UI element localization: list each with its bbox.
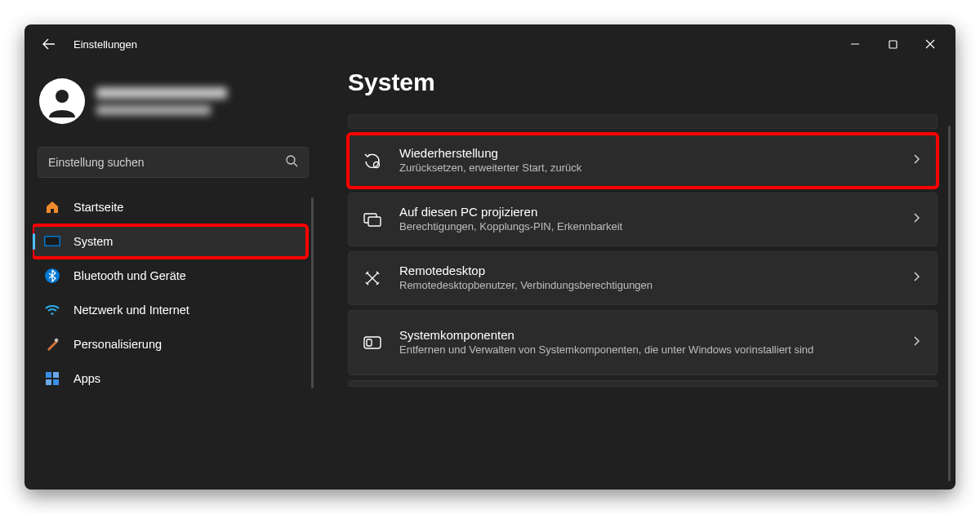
card-subtitle: Entfernen und Verwalten von Systemkompon… <box>399 343 813 357</box>
bluetooth-icon <box>44 268 60 284</box>
card-partial-below[interactable] <box>348 380 938 387</box>
card-system-components[interactable]: Systemkomponenten Entfernen und Verwalte… <box>348 310 938 375</box>
titlebar: Einstellungen <box>24 24 956 64</box>
card-subtitle: Berechtigungen, Kopplungs-PIN, Erkennbar… <box>399 220 622 234</box>
chevron-right-icon <box>912 335 920 350</box>
project-icon <box>362 211 383 228</box>
search-icon <box>285 154 298 171</box>
sidebar-item-apps[interactable]: Apps <box>33 362 307 395</box>
svg-rect-4 <box>46 237 60 246</box>
sidebar-item-personalization[interactable]: Personalisierung <box>33 328 307 361</box>
card-title: Auf diesen PC projizieren <box>399 205 622 219</box>
minimize-button[interactable] <box>836 31 874 57</box>
sidebar-item-label: Netzwerk und Internet <box>74 304 189 317</box>
chevron-right-icon <box>912 153 920 168</box>
svg-rect-7 <box>54 338 59 343</box>
card-title: Wiederherstellung <box>399 146 581 160</box>
sidebar-item-network[interactable]: Netzwerk und Internet <box>33 294 307 326</box>
sidebar-item-label: System <box>74 235 113 248</box>
card-text: Systemkomponenten Entfernen und Verwalte… <box>399 328 813 357</box>
nav-list: Startseite System Bluetooth und Geräte <box>33 191 314 395</box>
home-icon <box>44 199 60 215</box>
page-title: System <box>348 64 938 114</box>
svg-point-1 <box>56 90 69 103</box>
settings-window: Einstellungen <box>24 24 956 490</box>
card-title: Systemkomponenten <box>399 328 813 342</box>
sidebar-item-bluetooth[interactable]: Bluetooth und Geräte <box>33 259 307 292</box>
remote-desktop-icon <box>362 269 383 287</box>
svg-rect-11 <box>53 379 59 385</box>
main-panel: System Wiederherstellung Zurücksetzen, e… <box>318 64 956 490</box>
apps-icon <box>44 370 60 387</box>
search-box[interactable] <box>38 147 309 178</box>
back-button[interactable] <box>36 31 62 57</box>
sidebar-item-label: Bluetooth und Geräte <box>74 269 186 282</box>
profile-name-redacted <box>96 87 227 115</box>
settings-list: Wiederherstellung Zurücksetzen, erweiter… <box>348 114 938 387</box>
svg-rect-9 <box>53 372 59 378</box>
svg-rect-14 <box>368 217 381 226</box>
window-title: Einstellungen <box>74 38 137 51</box>
brush-icon <box>44 336 60 352</box>
sidebar-item-label: Startseite <box>74 201 123 214</box>
profile-block[interactable] <box>33 70 314 140</box>
card-title: Remotedesktop <box>399 264 653 277</box>
window-controls <box>836 31 949 57</box>
main-scrollbar[interactable] <box>948 126 951 481</box>
recovery-icon <box>362 152 383 170</box>
svg-point-6 <box>51 312 54 315</box>
card-remote-desktop[interactable]: Remotedesktop Remotedesktopbenutzer, Ver… <box>348 251 938 305</box>
svg-rect-0 <box>889 41 897 48</box>
sidebar-item-label: Apps <box>74 372 100 385</box>
sidebar-scrollbar[interactable] <box>311 197 314 388</box>
search-input[interactable] <box>48 156 278 169</box>
card-subtitle: Zurücksetzen, erweiterter Start, zurück <box>399 162 581 175</box>
sidebar-item-label: Personalisierung <box>74 338 162 351</box>
card-partial-above[interactable] <box>348 114 938 129</box>
components-icon <box>362 335 383 350</box>
card-subtitle: Remotedesktopbenutzer, Verbindungsberech… <box>399 279 653 293</box>
svg-rect-16 <box>367 339 372 346</box>
chevron-right-icon <box>912 271 920 286</box>
sidebar-item-system[interactable]: System <box>33 225 307 258</box>
maximize-button[interactable] <box>874 31 911 57</box>
wifi-icon <box>44 302 60 318</box>
window-body: Startseite System Bluetooth und Geräte <box>24 64 956 490</box>
sidebar: Startseite System Bluetooth und Geräte <box>24 64 318 490</box>
sidebar-item-startseite[interactable]: Startseite <box>33 191 307 224</box>
system-icon <box>44 233 60 250</box>
close-button[interactable] <box>911 31 949 57</box>
svg-point-2 <box>287 156 295 164</box>
card-text: Wiederherstellung Zurücksetzen, erweiter… <box>399 146 581 175</box>
chevron-right-icon <box>912 212 920 227</box>
card-text: Auf diesen PC projizieren Berechtigungen… <box>399 205 622 234</box>
svg-rect-10 <box>46 379 51 385</box>
card-text: Remotedesktop Remotedesktopbenutzer, Ver… <box>399 264 653 293</box>
card-project-to-pc[interactable]: Auf diesen PC projizieren Berechtigungen… <box>348 193 938 246</box>
svg-rect-8 <box>46 372 51 378</box>
card-recovery[interactable]: Wiederherstellung Zurücksetzen, erweiter… <box>348 134 938 188</box>
avatar <box>39 78 85 124</box>
